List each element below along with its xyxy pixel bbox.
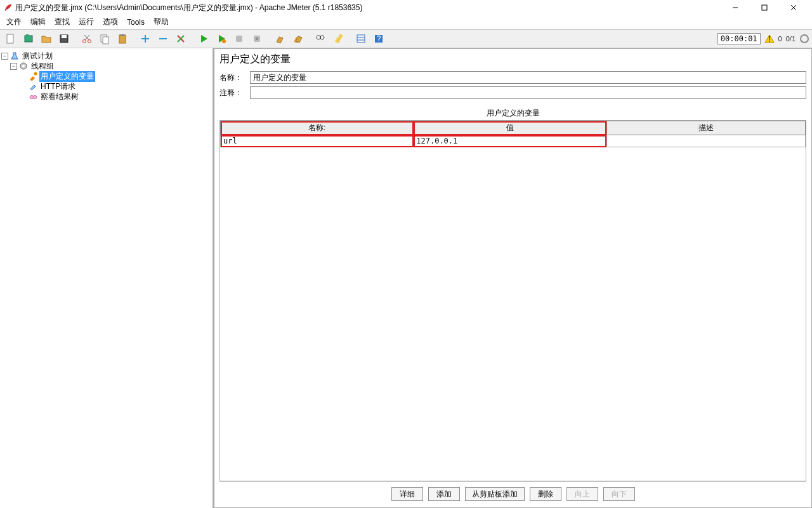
delete-button[interactable]: 删除: [530, 487, 561, 501]
svg-rect-4: [7, 34, 13, 43]
tree-pane[interactable]: − 测试计划 − 线程组 用户定义的变量 HTTP请求 察看结果树: [0, 48, 213, 508]
app-feather-icon: [4, 3, 13, 12]
clear-icon[interactable]: [272, 30, 288, 47]
stop-icon[interactable]: [231, 30, 247, 47]
svg-point-29: [339, 34, 343, 38]
collapse-icon[interactable]: [155, 30, 171, 47]
svg-point-41: [33, 96, 37, 99]
tree-toggle-icon[interactable]: −: [10, 63, 17, 70]
svg-rect-23: [236, 36, 242, 42]
new-icon[interactable]: [3, 30, 19, 47]
buttons-row: 详细 添加 从剪贴板添加 删除 向上 向下: [219, 481, 806, 504]
menu-run[interactable]: 运行: [75, 15, 98, 29]
svg-rect-16: [121, 34, 124, 36]
vars-table[interactable]: 名称: 值 描述 url 127.0.0.1: [219, 120, 806, 481]
table-row[interactable]: url 127.0.0.1: [221, 135, 806, 147]
menu-file[interactable]: 文件: [3, 15, 25, 29]
col-header-name[interactable]: 名称:: [221, 121, 414, 135]
panel-wrap: 用户定义的变量 名称： 注释： 用户定义的变量 名称: 值 描述: [214, 48, 812, 508]
start-noTimers-icon[interactable]: [213, 30, 230, 47]
name-input[interactable]: [250, 71, 806, 84]
table-empty-area[interactable]: [220, 147, 806, 481]
elapsed-time: 00:00:01: [717, 33, 761, 44]
clear-all-icon[interactable]: [289, 30, 306, 47]
gear-icon: [18, 61, 29, 71]
cell-name[interactable]: url: [221, 135, 414, 147]
save-icon[interactable]: [56, 30, 72, 47]
menu-help[interactable]: 帮助: [150, 15, 173, 29]
wrench-icon: [28, 71, 38, 81]
menu-search[interactable]: 查找: [51, 15, 74, 29]
help-icon[interactable]: ?: [370, 30, 387, 47]
tree-node-user-vars[interactable]: 用户定义的变量: [1, 71, 211, 81]
svg-point-27: [320, 36, 324, 39]
dropper-icon: [28, 81, 38, 91]
detail-button[interactable]: 详细: [391, 487, 423, 501]
svg-rect-6: [26, 34, 29, 36]
expand-icon[interactable]: [137, 30, 154, 47]
svg-line-11: [85, 35, 89, 40]
tree-node-testplan[interactable]: − 测试计划: [1, 51, 211, 61]
window-title: 用户定义的变量.jmx (C:\Users\Admin\Documents\用户…: [15, 3, 721, 13]
tree-label: 察看结果树: [39, 91, 80, 102]
maximize-button[interactable]: [750, 0, 779, 15]
tree-node-threadgroup[interactable]: − 线程组: [1, 61, 211, 71]
close-button[interactable]: [779, 0, 808, 15]
tree-node-http-request[interactable]: HTTP请求: [1, 81, 211, 91]
tree-label: HTTP请求: [39, 81, 77, 92]
menu-tools[interactable]: Tools: [123, 17, 148, 28]
svg-point-9: [83, 40, 86, 43]
beaker-icon: [10, 51, 20, 61]
svg-rect-5: [25, 36, 32, 42]
svg-rect-8: [62, 35, 67, 38]
cell-desc[interactable]: [606, 135, 806, 147]
threads-gauge-icon: [799, 34, 809, 44]
svg-rect-14: [103, 37, 108, 44]
menu-options[interactable]: 选项: [99, 15, 122, 29]
tree-label: 用户定义的变量: [39, 71, 95, 82]
col-header-desc[interactable]: 描述: [606, 121, 806, 135]
panel-title: 用户定义的变量: [219, 53, 806, 66]
toggle-icon[interactable]: [173, 30, 189, 47]
open-icon[interactable]: [38, 30, 55, 47]
col-header-value[interactable]: 值: [414, 121, 606, 135]
menubar: 文件 编辑 查找 运行 选项 Tools 帮助: [0, 15, 812, 29]
tree-label: 测试计划: [21, 51, 54, 62]
cell-value[interactable]: 127.0.0.1: [414, 135, 606, 147]
copy-icon[interactable]: [96, 30, 113, 47]
shutdown-icon[interactable]: [249, 30, 265, 47]
templates-icon[interactable]: [20, 30, 37, 47]
tree-label: 线程组: [30, 61, 55, 72]
paste-icon[interactable]: [114, 30, 131, 47]
warning-icon[interactable]: !: [764, 34, 775, 44]
goggles-icon: [28, 91, 38, 102]
start-icon[interactable]: [195, 30, 212, 47]
svg-point-39: [34, 72, 37, 76]
vars-section-label: 用户定义的变量: [219, 108, 806, 119]
cut-icon[interactable]: [79, 30, 95, 47]
active-threads: 0: [778, 35, 782, 43]
down-button[interactable]: 向下: [603, 487, 635, 501]
detail-pane: 用户定义的变量 名称： 注释： 用户定义的变量 名称: 值 描述: [213, 48, 812, 508]
up-button[interactable]: 向上: [566, 487, 598, 501]
search-icon[interactable]: [312, 30, 329, 47]
svg-point-38: [22, 65, 25, 67]
svg-text:?: ?: [377, 34, 381, 43]
comment-label: 注释：: [219, 88, 246, 98]
svg-point-10: [88, 40, 91, 43]
reset-search-icon[interactable]: [330, 30, 346, 47]
comment-input[interactable]: [250, 86, 806, 99]
titlebar: 用户定义的变量.jmx (C:\Users\Admin\Documents\用户…: [0, 0, 812, 15]
toolbar: ? 00:00:01 ! 0 0/1: [0, 29, 812, 48]
minimize-button[interactable]: [721, 0, 750, 15]
svg-rect-1: [762, 5, 767, 10]
tree-node-results-tree[interactable]: 察看结果树: [1, 91, 211, 102]
menu-edit[interactable]: 编辑: [27, 15, 49, 29]
total-threads: 0/1: [786, 35, 796, 43]
svg-text:!: !: [768, 35, 770, 44]
add-clipboard-button[interactable]: 从剪贴板添加: [465, 487, 525, 501]
tree-toggle-icon[interactable]: −: [1, 53, 8, 60]
function-helper-icon[interactable]: [353, 30, 369, 47]
window-controls: [721, 0, 808, 15]
add-button[interactable]: 添加: [428, 487, 460, 501]
